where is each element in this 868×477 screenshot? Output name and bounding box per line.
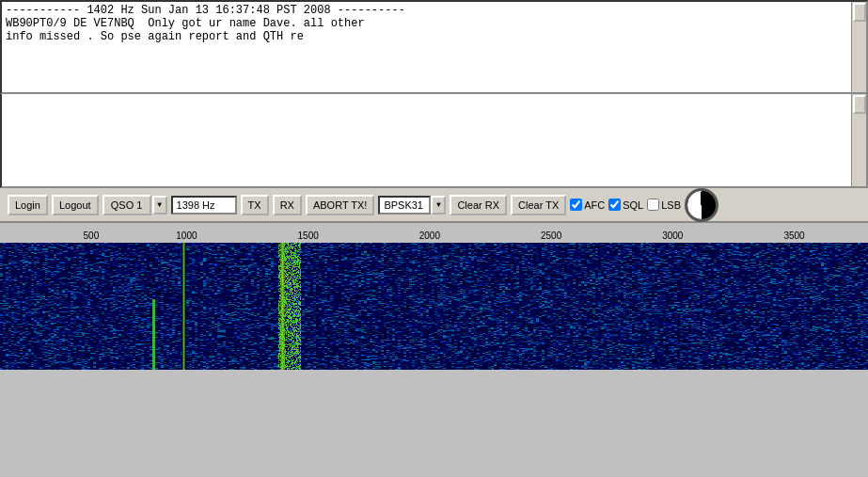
afc-checkbox[interactable] [570, 199, 582, 211]
qso-dropdown-arrow[interactable]: ▼ [152, 196, 167, 215]
freq-tick: 1500 [298, 231, 319, 241]
input-scrollbar[interactable] [851, 94, 866, 186]
lsb-checkbox[interactable] [647, 199, 659, 211]
afc-label: AFC [584, 199, 605, 211]
clear-tx-button[interactable]: Clear TX [511, 195, 566, 215]
dial-half [687, 191, 702, 219]
sql-group: SQL [608, 199, 643, 211]
input-scroll-thumb[interactable] [853, 95, 866, 114]
abort-tx-button[interactable]: ABORT TX! [306, 195, 374, 215]
log-area: ----------- 1402 Hz Sun Jan 13 16:37:48 … [0, 0, 868, 94]
freq-display: 1398 Hz [171, 196, 237, 215]
log-scroll-thumb[interactable] [853, 3, 866, 22]
mode-value: BPSK31 [378, 196, 431, 215]
tx-button[interactable]: TX [241, 195, 269, 215]
freq-tick: 3000 [662, 231, 683, 241]
rx-button[interactable]: RX [273, 195, 302, 215]
freq-tick: 2500 [541, 231, 561, 241]
signal-dial [685, 188, 718, 222]
freq-ruler: 500100015002000250030003500 [0, 222, 868, 243]
waterfall-canvas[interactable] [0, 243, 868, 370]
log-content: ----------- 1402 Hz Sun Jan 13 16:37:48 … [2, 2, 851, 45]
sql-label: SQL [623, 199, 643, 211]
clear-rx-button[interactable]: Clear RX [450, 195, 507, 215]
freq-tick: 2000 [419, 231, 440, 241]
toolbar: Login Logout QSO 1 ▼ 1398 Hz TX RX ABORT… [0, 188, 868, 222]
waterfall-container: 500100015002000250030003500 [0, 222, 868, 370]
afc-group: AFC [570, 199, 605, 211]
freq-tick: 3500 [783, 231, 804, 241]
freq-value: 1398 Hz [171, 196, 237, 215]
qso-group: QSO 1 ▼ [103, 195, 167, 215]
input-area[interactable] [0, 94, 868, 188]
dial-needle [701, 192, 702, 205]
freq-tick: 1000 [176, 231, 197, 241]
log-scrollbar[interactable] [851, 2, 866, 92]
freq-tick: 500 [84, 231, 100, 241]
mode-dropdown-arrow[interactable]: ▼ [431, 196, 446, 215]
qso-button[interactable]: QSO 1 [103, 195, 151, 215]
lsb-group: LSB [647, 199, 681, 211]
sql-checkbox[interactable] [608, 199, 621, 211]
lsb-label: LSB [661, 199, 681, 211]
logout-button[interactable]: Logout [52, 195, 99, 215]
login-button[interactable]: Login [8, 195, 48, 215]
mode-select: BPSK31 ▼ [378, 196, 446, 215]
